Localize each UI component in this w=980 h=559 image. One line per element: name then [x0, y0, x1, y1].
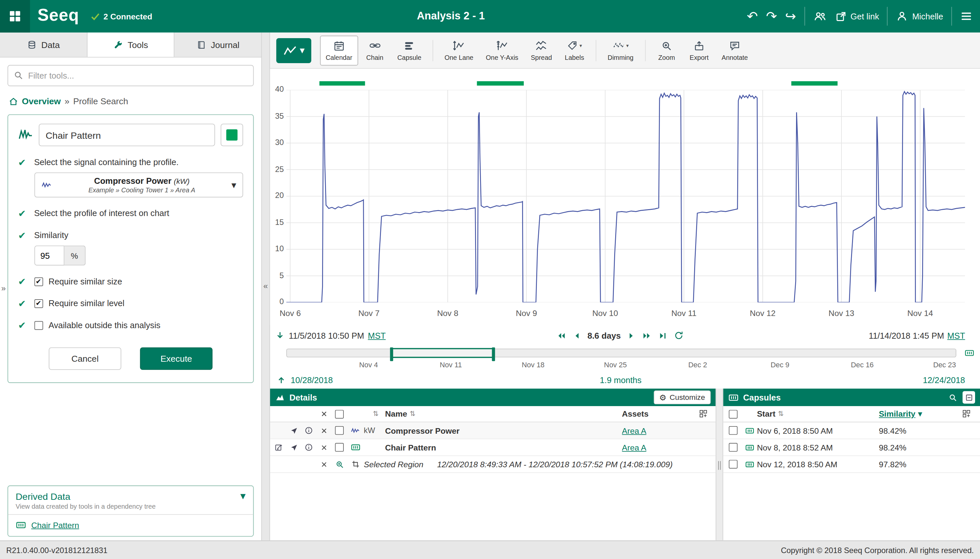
- toolbar-chain[interactable]: Chain: [359, 35, 391, 65]
- add-column-icon[interactable]: [692, 409, 714, 419]
- row-checkbox[interactable]: [724, 460, 742, 468]
- document-title[interactable]: Analysis 2 - 1: [417, 10, 485, 22]
- scrubber-selection[interactable]: [392, 348, 493, 358]
- row-checkbox[interactable]: [724, 443, 742, 452]
- scrubber-left-handle[interactable]: [390, 347, 394, 361]
- asset-link[interactable]: Area A: [622, 443, 646, 452]
- get-link-button[interactable]: Get link: [835, 10, 879, 22]
- row-checkbox[interactable]: [331, 426, 348, 435]
- step-back-icon[interactable]: [573, 331, 581, 340]
- cancel-button[interactable]: Cancel: [49, 347, 121, 370]
- toolbar-one-lane[interactable]: One Lane: [439, 35, 479, 65]
- scrubber-right-handle[interactable]: [492, 347, 495, 361]
- toolbar-dimming[interactable]: ▾ Dimming: [602, 35, 639, 65]
- users-icon[interactable]: [813, 10, 827, 23]
- require-similar-level-checkbox[interactable]: ✔: [34, 299, 43, 308]
- navigate-to-icon[interactable]: [286, 427, 301, 435]
- zoom-to-region-icon[interactable]: [331, 459, 348, 469]
- chart-plot[interactable]: [286, 90, 965, 303]
- capsule-row[interactable]: Nov 8, 2018 8:52 AM 98.24%: [723, 439, 980, 456]
- signal-name-label[interactable]: Compressor Power: [385, 426, 622, 435]
- refresh-icon[interactable]: [674, 331, 684, 340]
- asset-link[interactable]: Area A: [622, 426, 646, 435]
- navigate-to-icon[interactable]: [286, 443, 301, 452]
- user-menu[interactable]: Michelle: [896, 10, 944, 22]
- investigate-start-label[interactable]: 10/28/2018: [291, 375, 333, 385]
- timeline-scrubber-track[interactable]: [286, 349, 956, 357]
- info-icon[interactable]: [301, 443, 316, 452]
- filter-tools-input[interactable]: [8, 65, 254, 86]
- capsule-bar[interactable]: [477, 81, 524, 86]
- splitter-grip[interactable]: [718, 461, 721, 470]
- sort-icon[interactable]: ⇅: [778, 410, 784, 418]
- crop-icon[interactable]: [348, 460, 364, 468]
- row-checkbox[interactable]: [331, 443, 348, 452]
- range-start-arrow-icon[interactable]: [275, 331, 285, 340]
- breadcrumb-home[interactable]: Overview: [9, 96, 61, 106]
- sort-icon[interactable]: ⇅: [410, 410, 416, 418]
- details-row-signal[interactable]: kW Compressor Power Area A: [270, 422, 716, 439]
- capsules-col-start[interactable]: Start: [757, 409, 775, 419]
- toolbar-export[interactable]: Export: [684, 35, 715, 65]
- toolbar-spread[interactable]: Spread: [525, 35, 558, 65]
- add-column-icon[interactable]: [954, 409, 979, 419]
- condition-name-label[interactable]: Chair Pattern: [385, 443, 622, 452]
- expand-left-panel-chevron[interactable]: »: [1, 284, 6, 293]
- undo-icon[interactable]: ↶: [747, 10, 758, 23]
- details-row-condition[interactable]: Chair Pattern Area A: [270, 439, 716, 456]
- capsules-zoom-icon[interactable]: [948, 393, 958, 402]
- collapse-sidebar-chevron[interactable]: «: [262, 281, 270, 291]
- derived-data-header[interactable]: Derived Data ▼: [8, 486, 253, 502]
- toolbar-zoom[interactable]: Zoom: [651, 35, 682, 65]
- similarity-input[interactable]: [34, 246, 64, 266]
- seeq-logo[interactable]: Seeq: [30, 6, 90, 27]
- toolbar-capsule[interactable]: Capsule: [392, 35, 427, 65]
- capsule-time-toggle-icon[interactable]: [964, 348, 975, 358]
- tab-journal[interactable]: Journal: [175, 33, 261, 57]
- signal-select-dropdown[interactable]: Compressor Power (kW) Example » Cooling …: [34, 172, 243, 197]
- select-all-checkbox[interactable]: [331, 409, 348, 418]
- sort-icon[interactable]: ⇅: [366, 410, 385, 418]
- capsules-panel-options-button[interactable]: [963, 391, 975, 404]
- remove-icon[interactable]: [316, 427, 331, 434]
- capsule-bar[interactable]: [791, 81, 838, 86]
- edit-pencil-icon[interactable]: [271, 443, 286, 452]
- step-forward-double-icon[interactable]: [641, 331, 652, 340]
- toolbar-annotate[interactable]: Annotate: [716, 35, 753, 65]
- details-row-selected-region[interactable]: Selected Region 12/20/2018 8:49:33 AM - …: [270, 456, 716, 473]
- share-icon[interactable]: ↪: [785, 10, 796, 23]
- toolbar-labels[interactable]: ▾ Labels: [559, 35, 590, 65]
- panel-splitter[interactable]: [716, 389, 723, 541]
- connection-status[interactable]: 2 Connected: [91, 12, 152, 21]
- range-start-timezone-link[interactable]: MST: [368, 331, 386, 340]
- step-to-end-icon[interactable]: [658, 331, 668, 340]
- capsule-row[interactable]: Nov 6, 2018 8:50 AM 98.42%: [723, 422, 980, 439]
- derived-item-link[interactable]: Chair Pattern: [31, 521, 79, 530]
- view-selector-button[interactable]: ▼: [276, 38, 311, 63]
- range-end-timezone-link[interactable]: MST: [947, 331, 965, 340]
- info-icon[interactable]: [301, 426, 316, 435]
- remove-icon[interactable]: [316, 444, 331, 451]
- capsule-bar[interactable]: [319, 81, 365, 86]
- toolbar-calendar[interactable]: Calendar: [320, 35, 358, 65]
- select-all-checkbox[interactable]: [724, 409, 742, 418]
- tab-tools[interactable]: Tools: [87, 33, 174, 57]
- investigate-start-arrow-icon[interactable]: [276, 375, 286, 385]
- capsule-row[interactable]: Nov 12, 2018 8:50 AM 97.82%: [723, 456, 980, 473]
- available-outside-checkbox[interactable]: [34, 321, 43, 330]
- execute-button[interactable]: Execute: [140, 347, 212, 370]
- app-grid-button[interactable]: [0, 0, 30, 33]
- row-checkbox[interactable]: [724, 426, 742, 435]
- color-swatch-button[interactable]: [221, 124, 243, 146]
- hamburger-menu-icon[interactable]: [960, 10, 972, 22]
- details-col-assets[interactable]: Assets: [622, 409, 692, 419]
- investigate-duration-label[interactable]: 1.9 months: [600, 375, 641, 385]
- require-similar-size-checkbox[interactable]: ✔: [34, 277, 43, 286]
- step-back-double-icon[interactable]: [556, 331, 567, 340]
- step-forward-icon[interactable]: [627, 331, 635, 340]
- tool-name-input[interactable]: [39, 124, 215, 146]
- customize-button[interactable]: ⚙ Customize: [654, 390, 711, 404]
- range-duration-label[interactable]: 8.6 days: [588, 331, 621, 340]
- capsules-col-similarity[interactable]: Similarity: [879, 409, 915, 419]
- details-col-name[interactable]: Name: [385, 409, 407, 419]
